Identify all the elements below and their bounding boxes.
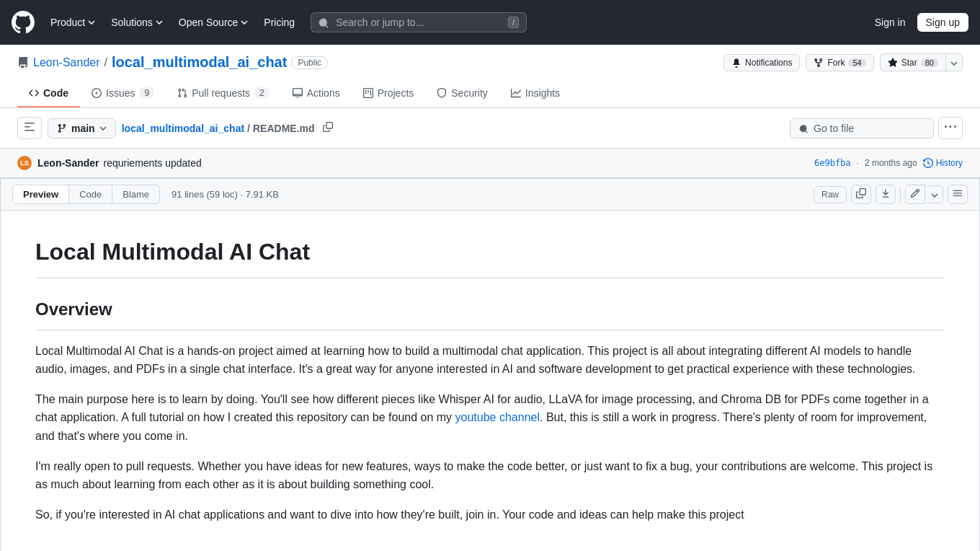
fork-button[interactable]: Fork 54 xyxy=(806,54,873,71)
search-icon xyxy=(318,17,330,28)
repo-visibility-badge: Public xyxy=(291,56,328,69)
code-tab[interactable]: Code xyxy=(69,185,112,204)
code-icon xyxy=(29,88,39,98)
chevron-down-icon xyxy=(931,193,938,198)
main-content: main local_multimodal_ai_chat / README.m… xyxy=(0,108,980,551)
more-options-button[interactable] xyxy=(938,117,963,139)
branch-name: main xyxy=(71,123,95,134)
toc-button[interactable] xyxy=(948,185,968,204)
go-to-file-label: Go to file xyxy=(814,123,854,134)
issues-icon xyxy=(92,88,102,98)
history-label: History xyxy=(936,158,963,168)
nav-pricing[interactable]: Pricing xyxy=(257,12,302,32)
copy-icon xyxy=(856,188,866,198)
tab-projects[interactable]: Projects xyxy=(352,80,426,107)
header-auth: Sign in Sign up xyxy=(869,13,968,32)
readme-title: Local Multimodal AI Chat xyxy=(35,234,945,278)
chevron-down-icon xyxy=(950,61,958,66)
edit-chevron-button[interactable] xyxy=(927,185,943,203)
file-toolbar: Raw xyxy=(814,185,968,204)
star-count: 80 xyxy=(921,58,938,67)
nav-product[interactable]: Product xyxy=(43,12,102,32)
insights-icon xyxy=(511,88,521,98)
commit-meta: 6e9bfba · 2 months ago History xyxy=(814,158,963,168)
download-button[interactable] xyxy=(876,185,896,204)
pr-count: 2 xyxy=(254,87,270,99)
readme-para-2: The main purpose here is to learn by doi… xyxy=(35,390,945,446)
readme-content: Local Multimodal AI Chat Overview Local … xyxy=(1,211,979,551)
branch-selector[interactable]: main xyxy=(48,118,116,138)
actions-icon xyxy=(293,88,303,98)
repo-owner-link[interactable]: Leon-Sander xyxy=(33,56,100,69)
main-nav: Product Solutions Open Source Pricing xyxy=(43,12,302,32)
readme-para-4: So, if you're interested in AI chat appl… xyxy=(35,506,945,524)
star-chevron-button[interactable] xyxy=(945,53,963,71)
sign-in-button[interactable]: Sign in xyxy=(869,13,912,32)
history-icon xyxy=(923,158,933,168)
security-icon xyxy=(437,88,447,98)
sidebar-toggle[interactable] xyxy=(17,117,42,139)
copy-path-button[interactable] xyxy=(321,120,335,136)
copy-icon xyxy=(323,122,333,132)
edit-button[interactable] xyxy=(905,185,925,204)
chevron-down-icon xyxy=(88,20,95,25)
file-content-area: Preview Code Blame 91 lines (59 loc) · 7… xyxy=(0,178,980,551)
github-logo[interactable] xyxy=(12,11,35,34)
search-icon xyxy=(799,123,809,133)
notifications-button[interactable]: Notifications xyxy=(723,54,800,71)
nav-solutions[interactable]: Solutions xyxy=(104,12,170,32)
raw-button[interactable]: Raw xyxy=(814,186,847,203)
tab-actions[interactable]: Actions xyxy=(281,80,352,107)
history-button[interactable]: History xyxy=(923,158,963,168)
download-icon xyxy=(881,188,891,198)
readme-para-1: Local Multimodal AI Chat is a hands-on p… xyxy=(35,342,945,379)
repo-header: Leon-Sander / local_multimodal_ai_chat P… xyxy=(0,45,980,108)
bell-icon xyxy=(731,58,741,68)
youtube-link[interactable]: youtube channel xyxy=(455,411,540,423)
breadcrumb: local_multimodal_ai_chat / README.md xyxy=(122,123,315,134)
chevron-down-icon xyxy=(99,126,107,131)
star-label: Star xyxy=(901,58,917,68)
chevron-down-icon xyxy=(156,20,163,25)
copy-raw-button[interactable] xyxy=(851,185,871,204)
file-content-header: Preview Code Blame 91 lines (59 loc) · 7… xyxy=(1,179,979,211)
commit-time: 2 months ago xyxy=(865,158,917,168)
file-view-tabs: Preview Code Blame xyxy=(12,185,160,204)
go-to-file-button[interactable]: Go to file xyxy=(790,118,934,138)
tab-pull-requests[interactable]: Pull requests 2 xyxy=(166,80,281,107)
issues-count: 9 xyxy=(139,87,154,99)
go-to-file-container: Go to file xyxy=(790,117,963,139)
tab-insights[interactable]: Insights xyxy=(499,80,571,107)
search-kbd: / xyxy=(508,17,519,28)
sign-up-button[interactable]: Sign up xyxy=(917,13,968,32)
nav-open-source[interactable]: Open Source xyxy=(172,12,256,32)
repo-slash: / xyxy=(104,56,107,69)
tab-security[interactable]: Security xyxy=(425,80,499,107)
file-info: 91 lines (59 loc) · 7.91 KB xyxy=(172,189,279,200)
repo-title-row: Leon-Sander / local_multimodal_ai_chat P… xyxy=(17,53,963,71)
readme-para-3: I'm really open to pull requests. Whethe… xyxy=(35,457,945,494)
commit-hash[interactable]: 6e9bfba xyxy=(814,158,851,168)
commit-row: LS Leon-Sander requriements updated 6e9b… xyxy=(0,149,980,178)
repo-actions: Notifications Fork 54 Star 80 xyxy=(723,53,963,71)
tab-issues[interactable]: Issues 9 xyxy=(80,80,166,107)
breadcrumb-root[interactable]: local_multimodal_ai_chat xyxy=(122,123,244,134)
star-button-group: Star 80 xyxy=(880,53,963,71)
toc-icon xyxy=(953,188,963,198)
github-logo-icon xyxy=(12,11,35,34)
search-bar[interactable]: Search or jump to... / xyxy=(311,12,527,32)
toolbar-divider xyxy=(900,188,901,202)
star-button[interactable]: Star 80 xyxy=(880,53,945,71)
commit-author[interactable]: Leon-Sander xyxy=(37,157,99,169)
fork-count: 54 xyxy=(848,58,865,67)
fork-label: Fork xyxy=(827,58,845,68)
blame-tab[interactable]: Blame xyxy=(112,185,160,204)
chevron-down-icon xyxy=(241,20,248,25)
main-header: Product Solutions Open Source Pricing Se… xyxy=(0,0,980,45)
commit-message: requriements updated xyxy=(104,157,202,169)
breadcrumb-separator: / xyxy=(247,123,250,134)
repo-name-link[interactable]: local_multimodal_ai_chat xyxy=(112,54,287,71)
tab-code[interactable]: Code xyxy=(17,80,80,107)
preview-tab[interactable]: Preview xyxy=(12,185,69,204)
more-options-icon xyxy=(945,121,956,133)
